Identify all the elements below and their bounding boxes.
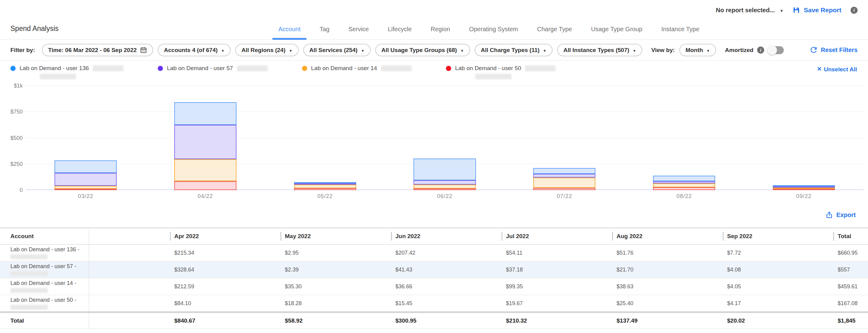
view-by-select[interactable]: Month — [679, 44, 716, 56]
stacked-bar[interactable] — [55, 160, 117, 190]
bar-segment[interactable] — [653, 187, 715, 190]
bar-column — [385, 86, 505, 190]
x-axis-label: 03/22 — [26, 193, 146, 200]
export-button[interactable]: Export — [826, 211, 856, 219]
tab-usage-type-group[interactable]: Usage Type Group — [590, 26, 644, 39]
accounts-filter[interactable]: Accounts 4 (of 674) — [158, 44, 230, 56]
stacked-bar[interactable] — [413, 159, 476, 190]
bar-segment[interactable] — [174, 181, 237, 190]
stacked-bar[interactable] — [294, 182, 356, 190]
bar-column — [624, 86, 744, 190]
value-cell: $2.95 — [281, 244, 391, 261]
bar-segment[interactable] — [413, 180, 476, 185]
tab-bar: Account Tag Service Lifecycle Region Ope… — [277, 26, 701, 39]
tab-tag[interactable]: Tag — [318, 26, 331, 39]
tab-operating-system[interactable]: Operating System — [468, 26, 519, 39]
tab-region[interactable]: Region — [429, 26, 451, 39]
bar-segment[interactable] — [413, 189, 476, 190]
value-cell: $37.18 — [502, 261, 612, 278]
page-title: Spend Analysis — [10, 25, 59, 33]
bar-segment[interactable] — [533, 188, 595, 190]
bar-segment[interactable] — [174, 159, 237, 181]
table-row[interactable]: Lab on Demand - user 50 - $84.10 $18.28 … — [0, 295, 868, 312]
stacked-bar[interactable] — [653, 176, 715, 190]
bar-segment[interactable] — [55, 173, 117, 186]
usage-type-groups-filter[interactable]: All Usage Type Groups (68) — [375, 44, 470, 56]
bar-segment[interactable] — [413, 185, 476, 189]
stacked-bar[interactable] — [773, 185, 835, 190]
stacked-bar[interactable] — [174, 102, 237, 190]
regions-filter[interactable]: All Regions (24) — [235, 44, 298, 56]
reset-filters-label: Reset Filters — [821, 46, 858, 54]
reset-filters-button[interactable]: Reset Filters — [810, 46, 858, 54]
legend-toggle-user-50[interactable]: Lab on Demand - user 50 — [446, 65, 556, 72]
column-header-may[interactable]: May 2022 — [281, 228, 391, 244]
bar-segment[interactable] — [55, 186, 117, 189]
column-header-aug[interactable]: Aug 2022 — [612, 228, 723, 244]
bar-column — [504, 86, 624, 190]
table-row[interactable]: Lab on Demand - user 136 - $215.34 $2.95… — [0, 244, 868, 261]
value-cell: $36.66 — [391, 278, 502, 295]
value-cell: $25.40 — [612, 295, 723, 312]
column-header-sep[interactable]: Sep 2022 — [723, 228, 833, 244]
filter-bar: Filter by: Time: 06 Mar 2022 - 06 Sep 20… — [0, 40, 868, 61]
bar-segment[interactable] — [653, 176, 715, 181]
chevron-down-icon — [543, 47, 547, 54]
x-axis-label: 05/22 — [265, 193, 385, 200]
legend-toggle-user-14[interactable]: Lab on Demand - user 14 — [302, 65, 412, 72]
save-report-button[interactable]: Save Report — [793, 6, 841, 14]
tab-service[interactable]: Service — [347, 26, 370, 39]
time-range-filter[interactable]: Time: 06 Mar 2022 - 06 Sep 2022 — [42, 44, 153, 56]
bar-segment[interactable] — [533, 177, 595, 188]
value-cell: $4.05 — [723, 278, 833, 295]
amortized-toggle[interactable] — [768, 46, 784, 54]
value-cell: $328.64 — [170, 261, 281, 278]
legend-toggle-user-136[interactable]: Lab on Demand - user 136 — [10, 65, 123, 72]
table-header-row: Account Apr 2022 May 2022 Jun 2022 Jul 2… — [0, 228, 868, 244]
bar-segment[interactable] — [773, 189, 835, 190]
info-icon[interactable] — [757, 46, 764, 54]
column-header-account[interactable]: Account — [0, 228, 89, 244]
tab-instance-type[interactable]: Instance Type — [660, 26, 701, 39]
export-row: Export — [0, 207, 868, 223]
legend-toggle-user-57[interactable]: Lab on Demand - user 57 — [158, 65, 268, 72]
view-by-value: Month — [685, 47, 703, 54]
table-row[interactable]: Lab on Demand - user 14 - $212.59 $35.30… — [0, 278, 868, 295]
legend-dot — [158, 66, 163, 71]
bar-segment[interactable] — [413, 159, 476, 180]
redacted-account-id — [93, 66, 123, 71]
column-header-jun[interactable]: Jun 2022 — [391, 228, 502, 244]
bar-segment[interactable] — [294, 188, 356, 190]
charge-types-filter[interactable]: All Charge Types (11) — [475, 44, 553, 56]
stacked-bar[interactable] — [533, 168, 595, 190]
tab-lifecycle[interactable]: Lifecycle — [386, 26, 413, 39]
bar-segment[interactable] — [533, 168, 595, 173]
column-header-total[interactable]: Total — [833, 228, 868, 244]
export-label: Export — [836, 211, 856, 219]
bar-segment[interactable] — [174, 125, 237, 159]
total-cell: $300.95 — [391, 312, 502, 329]
bar-segment[interactable] — [174, 102, 237, 125]
report-selector-dropdown[interactable]: No report selected... — [716, 7, 783, 14]
bar-segment[interactable] — [653, 183, 715, 187]
tab-charge-type[interactable]: Charge Type — [536, 26, 574, 39]
column-header-apr[interactable]: Apr 2022 — [170, 228, 281, 244]
total-cell: $1,845 — [833, 312, 868, 329]
calendar-icon — [140, 46, 147, 54]
bar-segment[interactable] — [294, 185, 356, 188]
column-header-jul[interactable]: Jul 2022 — [502, 228, 612, 244]
redacted-account-id — [237, 66, 268, 71]
value-cell: $41.43 — [391, 261, 502, 278]
services-filter[interactable]: All Services (254) — [303, 44, 371, 56]
bar-segment[interactable] — [55, 160, 117, 173]
spacer-cell — [89, 312, 170, 329]
bar-segment[interactable] — [533, 174, 595, 178]
info-icon[interactable] — [850, 7, 858, 14]
instance-types-filter[interactable]: All Instance Types (507) — [557, 44, 642, 56]
bar-segment[interactable] — [55, 189, 117, 190]
table-row[interactable]: Lab on Demand - user 57 - $328.64 $2.39 … — [0, 261, 868, 278]
y-axis-label: $1k — [14, 82, 23, 89]
unselect-all-button[interactable]: Unselect All — [817, 66, 857, 73]
tab-account[interactable]: Account — [277, 26, 302, 39]
bar-segment[interactable] — [653, 181, 715, 183]
